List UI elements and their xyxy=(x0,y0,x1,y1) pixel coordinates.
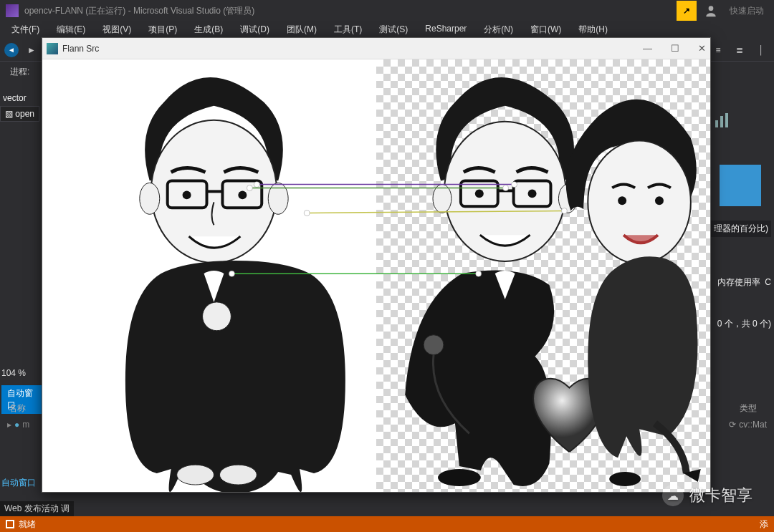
toolbar-outdent-icon[interactable]: ≣ xyxy=(731,42,748,59)
keypoint-icon xyxy=(561,208,567,214)
window-title: opencv-FLANN (正在运行) - Microsoft Visual S… xyxy=(24,5,254,17)
refresh-icon[interactable]: ⟳ xyxy=(729,420,736,430)
watermark: ☁ 微卡智享 xyxy=(662,485,752,506)
menu-window[interactable]: 窗口(W) xyxy=(522,21,570,39)
close-button[interactable]: ✕ xyxy=(698,43,706,54)
keypoint-icon xyxy=(503,185,509,191)
status-right: 添 xyxy=(760,518,768,531)
match-line xyxy=(307,211,564,213)
flann-window-titlebar[interactable]: Flann Src — ☐ ✕ xyxy=(42,38,710,59)
status-ready: 就绪 xyxy=(19,518,36,531)
cpu-pct-label: 理器的百分比) xyxy=(711,221,771,237)
svg-rect-1 xyxy=(715,120,718,127)
keypoint-icon xyxy=(476,271,482,276)
minimize-button[interactable]: — xyxy=(643,43,652,54)
menu-team[interactable]: 团队(M) xyxy=(278,21,325,39)
col-name: 名称 xyxy=(9,402,26,415)
mem-usage-label: 内存使用率 C xyxy=(717,276,771,289)
open-tab-icon: ▧ xyxy=(5,109,13,119)
keypoint-icon xyxy=(254,182,259,188)
user-icon[interactable] xyxy=(704,4,718,18)
maximize-button[interactable]: ☐ xyxy=(671,43,679,54)
notification-sign-icon[interactable]: ↗ xyxy=(677,1,697,21)
menu-file[interactable]: 文件(F) xyxy=(3,21,48,39)
keypoint-icon xyxy=(512,182,517,188)
tree-bullet-icon: ● xyxy=(14,420,19,430)
menu-edit[interactable]: 编辑(E) xyxy=(48,21,94,39)
menu-build[interactable]: 生成(B) xyxy=(186,21,231,39)
wechat-icon: ☁ xyxy=(662,485,684,506)
tree-expand-icon[interactable]: ▸ xyxy=(7,420,11,430)
events-label: 0 个，共 0 个) xyxy=(717,318,771,330)
match-overlay xyxy=(42,59,710,493)
keypoint-icon xyxy=(229,271,234,276)
col-type: 类型 xyxy=(740,402,757,415)
menu-test[interactable]: 测试(S) xyxy=(371,21,416,39)
status-stop-icon[interactable] xyxy=(6,520,14,528)
opencv-window-icon xyxy=(47,43,58,54)
flann-window-title: Flann Src xyxy=(62,44,99,54)
svg-rect-2 xyxy=(720,116,723,127)
toolbar-sep-icon: │ xyxy=(752,42,770,59)
web-publish-tab[interactable]: Web 发布活动 调 xyxy=(0,501,74,516)
tree-row[interactable]: ▸ ● m xyxy=(7,420,29,430)
statusbar: 就绪 添 xyxy=(0,516,774,532)
svg-point-0 xyxy=(709,6,714,11)
zoom-level[interactable]: 104 % xyxy=(1,368,26,378)
auto-window-tab[interactable]: 自动窗口 xyxy=(1,477,36,489)
diag-chart-block xyxy=(720,165,761,206)
menu-tools[interactable]: 工具(T) xyxy=(325,21,371,39)
svg-rect-3 xyxy=(725,113,728,127)
keypoint-icon xyxy=(247,185,252,191)
keypoint-icon xyxy=(304,211,310,216)
chart-icon[interactable] xyxy=(714,112,731,129)
menu-help[interactable]: 帮助(H) xyxy=(570,21,616,39)
titlebar: opencv-FLANN (正在运行) - Microsoft Visual S… xyxy=(0,0,774,21)
menu-analyze[interactable]: 分析(N) xyxy=(475,21,522,39)
flann-output-window: Flann Src — ☐ ✕ xyxy=(42,37,711,493)
nav-back-button[interactable]: ◄ xyxy=(4,43,19,57)
menu-resharper[interactable]: ReSharper xyxy=(416,21,475,39)
menu-debug[interactable]: 调试(D) xyxy=(231,21,278,39)
type-value: ⟳ cv::Mat xyxy=(729,420,767,430)
flann-image-body xyxy=(42,59,710,492)
open-tab[interactable]: ▧ open xyxy=(0,106,39,122)
menu-view[interactable]: 视图(V) xyxy=(94,21,140,39)
toolbar-indent-icon[interactable]: ≡ xyxy=(710,42,727,59)
menubar: 文件(F) 编辑(E) 视图(V) 项目(P) 生成(B) 调试(D) 团队(M… xyxy=(0,21,774,39)
vs-logo-icon xyxy=(6,4,19,17)
nav-fwd-button[interactable]: ► xyxy=(23,42,40,59)
menu-project[interactable]: 项目(P) xyxy=(140,21,186,39)
quick-launch-input[interactable]: 快速启动 xyxy=(725,4,768,19)
